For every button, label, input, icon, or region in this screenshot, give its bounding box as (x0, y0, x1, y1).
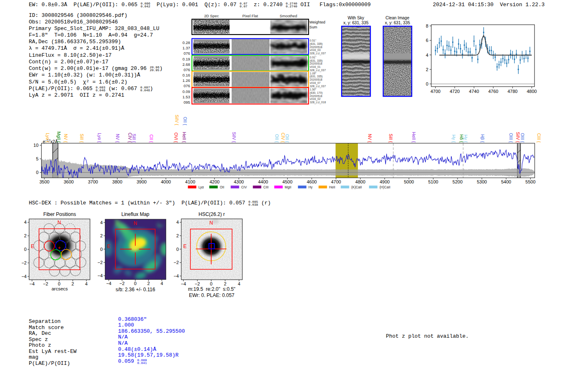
svg-text:4: 4 (426, 53, 428, 58)
svg-text:NV {: NV { (115, 134, 120, 143)
svg-text:4700: 4700 (331, 179, 341, 184)
svg-text:4760: 4760 (488, 89, 498, 94)
svg-text:Lyα {: Lyα { (97, 133, 102, 143)
svg-text:E: E (31, 244, 34, 249)
svg-text:CIII: CIII (263, 186, 269, 189)
svg-text:Hγ: Hγ (309, 186, 313, 189)
svg-text:SiIV {: SiIV { (232, 132, 237, 143)
svg-text:4: 4 (160, 281, 163, 286)
svg-text:NV {: NV { (367, 134, 372, 143)
svg-text:4800: 4800 (527, 89, 537, 94)
svg-text:SiIV {: SiIV { (516, 132, 520, 143)
svg-text:SiII {: SiII { (388, 134, 393, 143)
svg-text:CII {: CII { (149, 135, 154, 143)
svg-text:OII: OII (220, 186, 224, 189)
svg-text:5300: 5300 (477, 179, 487, 184)
svg-text:0: 0 (426, 81, 428, 86)
svg-text:(H)CaII: (H)CaII (379, 186, 390, 189)
svg-text:4000: 4000 (161, 179, 171, 184)
svg-text:−4: −4 (98, 273, 103, 278)
svg-text:4300: 4300 (234, 179, 244, 184)
svg-text:4: 4 (176, 220, 179, 225)
svg-text:N: N (133, 220, 137, 226)
svg-text:E: E (107, 244, 110, 249)
svg-text:5000: 5000 (404, 179, 414, 184)
svg-text:0: 0 (134, 281, 137, 286)
svg-text:2: 2 (224, 281, 226, 286)
svg-text:OII {: OII { (183, 117, 188, 125)
svg-text:3900: 3900 (137, 179, 146, 184)
svg-text:2: 2 (72, 281, 74, 286)
svg-text:2: 2 (176, 233, 179, 238)
svg-text:HeII {: HeII { (182, 132, 187, 143)
svg-text:0: 0 (58, 281, 60, 286)
svg-text:MgII: MgII (285, 186, 291, 189)
svg-text:2: 2 (147, 281, 150, 286)
svg-text:0: 0 (36, 170, 38, 175)
svg-text:N: N (58, 220, 61, 225)
svg-text:5400: 5400 (501, 179, 511, 184)
svg-text:−4: −4 (174, 274, 179, 278)
svg-text:4100: 4100 (185, 179, 195, 184)
svg-text:4740: 4740 (469, 89, 479, 94)
svg-text:0: 0 (100, 247, 102, 252)
svg-text:6: 6 (426, 38, 428, 43)
svg-text:NV {: NV { (63, 134, 68, 143)
svg-text:5: 5 (36, 156, 38, 161)
svg-text:Hβ {: Hβ { (480, 134, 485, 143)
svg-text:2: 2 (24, 233, 27, 238)
svg-text:CIV: CIV (241, 186, 247, 189)
svg-text:2: 2 (426, 67, 428, 72)
svg-text:−4: −4 (181, 281, 186, 286)
svg-text:2: 2 (100, 233, 102, 238)
svg-text:0: 0 (176, 247, 179, 252)
svg-text:HeII {: HeII { (411, 132, 416, 143)
svg-text:OIII {: OIII { (520, 133, 525, 143)
svg-text:4500: 4500 (282, 179, 292, 184)
svg-text:−4: −4 (106, 281, 111, 286)
svg-text:8: 8 (426, 23, 428, 28)
svg-text:4720: 4720 (450, 89, 460, 94)
svg-text:−2: −2 (195, 281, 200, 286)
svg-text:Hγ {: Hγ { (463, 135, 468, 143)
svg-text:3800: 3800 (112, 179, 122, 184)
svg-text:OII {: OII { (285, 134, 290, 143)
svg-text:3500: 3500 (39, 179, 49, 184)
svg-text:3600: 3600 (64, 179, 74, 184)
svg-text:−4: −4 (21, 274, 27, 279)
svg-text:4700: 4700 (430, 89, 440, 94)
svg-text:3700: 3700 (88, 179, 98, 184)
svg-text:SiIV {: SiIV { (174, 115, 179, 125)
svg-text:5500: 5500 (525, 179, 535, 184)
svg-text:5100: 5100 (428, 179, 438, 184)
svg-text:0: 0 (24, 247, 27, 252)
svg-text:4800: 4800 (355, 179, 365, 184)
svg-text:4780: 4780 (507, 89, 517, 94)
svg-text:0: 0 (210, 281, 212, 286)
svg-text:SiII {: SiII { (132, 134, 137, 143)
svg-text:4: 4 (85, 281, 88, 286)
svg-text:HeII: HeII (329, 186, 335, 189)
svg-text:E: E (183, 244, 186, 249)
svg-text:SiII {: SiII { (79, 134, 84, 143)
svg-text:Lyα {: Lyα { (45, 133, 50, 143)
svg-text:4: 4 (238, 281, 240, 286)
svg-text:−2: −2 (21, 260, 27, 265)
svg-text:−2: −2 (119, 281, 125, 286)
svg-text:5200: 5200 (453, 179, 462, 184)
svg-text:4600: 4600 (307, 179, 316, 184)
svg-text:−4: −4 (30, 281, 35, 286)
svg-text:−2: −2 (98, 260, 103, 265)
svg-text:Hγ {: Hγ { (451, 135, 456, 143)
svg-text:4: 4 (100, 220, 102, 225)
svg-text:4400: 4400 (258, 179, 268, 184)
svg-text:OIII {: OIII { (509, 133, 513, 143)
svg-text:4200: 4200 (209, 179, 219, 184)
svg-text:MgII {: MgII { (56, 132, 61, 143)
svg-text:Lyα: Lyα (198, 186, 204, 189)
svg-text:OII {: OII { (274, 134, 279, 143)
svg-text:10: 10 (33, 143, 38, 148)
svg-text:OVI {: OVI { (174, 132, 179, 143)
svg-text:−2: −2 (174, 260, 179, 265)
svg-text:−2: −2 (43, 281, 49, 286)
